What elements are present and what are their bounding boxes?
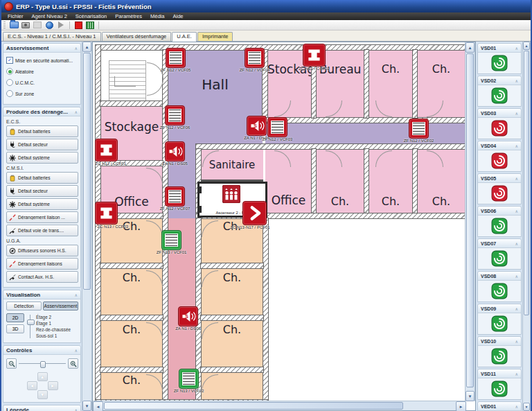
panel-visualisation-header[interactable]: Visualisation: [3, 290, 80, 299]
collapse-icon[interactable]: [75, 348, 78, 353]
collapse-icon[interactable]: [515, 46, 518, 51]
right-sidebar-scrollbar[interactable]: ▲ ▼: [522, 42, 531, 411]
view-2d-button[interactable]: 2D: [6, 313, 24, 322]
scroll-up-arrow[interactable]: ▲: [82, 42, 91, 52]
damper-icon[interactable]: ZF N12 / VCF04: [245, 48, 265, 68]
fan-status-icon[interactable]: [491, 185, 508, 202]
radio-aleatoire[interactable]: Aléatoire: [6, 68, 78, 75]
btn-ecs-defaut-secteur[interactable]: Défaut secteur: [6, 139, 78, 150]
ved-panel-header[interactable]: VED01: [478, 402, 521, 411]
scroll-up-arrow[interactable]: ▲: [523, 42, 530, 50]
collapse-icon[interactable]: [75, 46, 78, 51]
pan-down-button[interactable]: ▼: [37, 390, 48, 399]
floor-slider[interactable]: [27, 313, 33, 340]
floor-etage-1[interactable]: Étage 1: [36, 320, 71, 326]
left-sidebar-scrollbar[interactable]: ▲ ▼: [82, 42, 92, 411]
collapse-icon[interactable]: [515, 274, 518, 279]
zoom-slider-thumb[interactable]: [40, 361, 46, 368]
mode-asservissement-button[interactable]: Asservissement: [43, 301, 78, 311]
scroll-thumb[interactable]: [466, 53, 474, 387]
plan-vertical-scrollbar[interactable]: ▲ ▼: [465, 42, 475, 401]
btn-cmsi-derangement-liaison[interactable]: Dérangement liaison ...: [6, 211, 78, 223]
fan-status-icon[interactable]: [491, 120, 508, 137]
panel-controles-header[interactable]: Contrôles: [3, 346, 80, 355]
tab-imprimante[interactable]: Imprimante: [197, 32, 233, 41]
stop-button[interactable]: [73, 21, 83, 29]
collapse-icon[interactable]: [515, 143, 518, 148]
fan-status-icon[interactable]: [491, 283, 508, 299]
fan-status-icon[interactable]: [491, 348, 508, 365]
damper-icon[interactable]: ZF N12 / VCF07: [165, 186, 185, 207]
radio-icon[interactable]: [6, 79, 13, 86]
checkbox-icon[interactable]: [6, 57, 13, 64]
vsd-panel-header[interactable]: VSD10: [478, 337, 521, 346]
damper-icon[interactable]: ZF N13 / VCF01: [161, 230, 181, 250]
btn-cmsi-defaut-secteur[interactable]: Défaut secteur: [6, 185, 78, 197]
panel-asservissement-header[interactable]: Asservissement: [3, 44, 80, 53]
panel-legende-header[interactable]: Légende: [3, 405, 80, 411]
scroll-thumb[interactable]: [104, 402, 403, 410]
sounder-icon[interactable]: ZA N1 / DS05: [165, 141, 185, 161]
damper-icon[interactable]: ZF N12 / VCF02: [409, 119, 429, 139]
vsd-panel-header[interactable]: VSD05: [478, 174, 521, 183]
vsd-panel-header[interactable]: VSD01: [478, 44, 521, 53]
pan-right-button[interactable]: ►: [48, 381, 58, 390]
btn-ecs-defaut-batteries[interactable]: Défaut batteries: [6, 125, 78, 137]
pan-left-button[interactable]: ◄: [27, 381, 37, 390]
vsd-panel-header[interactable]: VSD06: [478, 207, 521, 216]
fire-door-icon[interactable]: ZC N12 / CCF02: [303, 44, 326, 67]
fan-status-icon[interactable]: [491, 381, 508, 397]
menu-aide[interactable]: Aide: [169, 13, 186, 19]
pan-up-button[interactable]: ▲: [37, 372, 48, 381]
zoom-out-button[interactable]: [6, 358, 17, 369]
collapse-icon[interactable]: [75, 110, 78, 114]
menu-fichier[interactable]: Fichier: [4, 13, 27, 19]
scroll-left-arrow[interactable]: ◄: [93, 401, 103, 411]
fire-door-icon[interactable]: ZC N13 / CCF03: [95, 202, 118, 225]
vsd-panel-header[interactable]: VSD09: [478, 304, 521, 313]
scroll-thumb[interactable]: [524, 51, 529, 315]
record-button[interactable]: [44, 21, 54, 29]
collapse-icon[interactable]: [75, 292, 78, 297]
floor-rdc[interactable]: Rez-de-chaussée: [36, 326, 71, 333]
fan-status-icon[interactable]: [491, 315, 508, 332]
fan-status-icon[interactable]: [491, 218, 508, 234]
elevator-icon[interactable]: [222, 185, 240, 203]
scroll-right-arrow[interactable]: ►: [456, 401, 466, 411]
vsd-panel-header[interactable]: VSD08: [478, 272, 521, 281]
mode-detection-button[interactable]: Détection: [6, 301, 42, 311]
btn-uga-diffuseurs[interactable]: Diffuseurs sonores H.S.: [6, 245, 78, 256]
tab-ventilateurs[interactable]: Ventilateurs désenfumage: [102, 32, 172, 41]
scroll-up-arrow[interactable]: ▲: [466, 42, 475, 53]
floor-etage-2[interactable]: Étage 2: [36, 314, 71, 320]
radio-sur-zone[interactable]: Sur zone: [6, 90, 78, 97]
snapshot-button[interactable]: [21, 21, 30, 29]
fan-status-icon[interactable]: [491, 87, 508, 104]
collapse-icon[interactable]: [515, 371, 518, 376]
btn-cmsi-defaut-systeme[interactable]: Défaut système: [6, 198, 78, 210]
title-bar[interactable]: ERP - Type U.ssi - FPSSI - Fictis Préven…: [1, 0, 531, 12]
fan-status-icon[interactable]: [491, 152, 508, 169]
sounder-icon[interactable]: ZA N1 / DS04: [247, 116, 267, 136]
collapse-icon[interactable]: [75, 408, 78, 411]
collapse-icon[interactable]: [515, 241, 518, 246]
vsd-panel-header[interactable]: VSD04: [478, 141, 521, 150]
btn-cmsi-defaut-batteries[interactable]: Défaut batteries: [6, 172, 78, 184]
tab-uae[interactable]: U.A.E.: [172, 32, 197, 42]
plan-horizontal-scrollbar[interactable]: ◄ ►: [93, 401, 466, 410]
menu-media[interactable]: Média: [147, 13, 168, 19]
view-3d-button[interactable]: 3D: [6, 324, 24, 333]
menu-scenarisation[interactable]: Scénarisation: [72, 13, 110, 19]
radio-icon[interactable]: [6, 68, 13, 75]
scroll-down-arrow[interactable]: ▼: [523, 403, 530, 411]
btn-uga-contact-aux[interactable]: Contact Aux. H.S.: [6, 271, 78, 283]
radio-ucmc[interactable]: U.C.M.C.: [6, 79, 78, 86]
btn-uga-derangement-liaisons[interactable]: Dérangement liaisons: [6, 258, 78, 270]
scroll-thumb[interactable]: [83, 53, 91, 290]
floor-sous-sol[interactable]: Sous-sol 1: [36, 333, 71, 339]
vsd-panel-header[interactable]: VSD02: [478, 76, 521, 85]
menu-parametres[interactable]: Paramètres: [112, 13, 145, 19]
tab-ecs-cmsi[interactable]: E.C.S. - Niveau 1 / C.M.S.I. - Niveau 1: [3, 32, 101, 41]
collapse-icon[interactable]: [515, 78, 518, 83]
play-button[interactable]: [56, 21, 66, 29]
